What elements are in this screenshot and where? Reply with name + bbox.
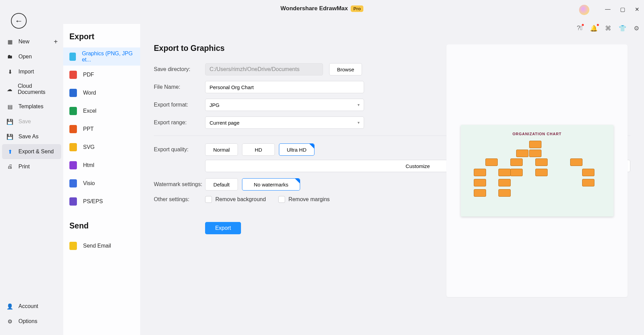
svg-icon [69,143,77,151]
plus-icon[interactable]: + [54,38,58,46]
sidebar-label: New [18,39,29,45]
label-save-dir: Save directory: [154,66,205,72]
es-label: Graphics (PNG, JPG et... [82,51,134,63]
es-label: PDF [83,72,94,78]
sidebar-item-export-send[interactable]: ⬆ Export & Send [2,144,61,159]
sidebar-label: Templates [18,103,43,110]
es-label: PS/EPS [83,198,103,205]
es-label: Send Email [83,243,111,249]
sidebar-item-open[interactable]: 🖿 Open [0,49,63,64]
word-icon [69,89,77,97]
export-type-ppt[interactable]: PPT [63,120,140,138]
minimize-icon[interactable]: — [605,6,611,13]
es-label: Excel [83,108,96,114]
sidebar-item-save: 💾 Save [0,114,63,129]
export-type-visio[interactable]: Visio [63,174,140,192]
export-type-pseps[interactable]: PS/EPS [63,192,140,210]
export-format-select[interactable]: JPG [205,99,364,111]
export-icon: ⬆ [6,148,14,155]
account-icon: 👤 [6,303,14,310]
pseps-icon [69,197,77,206]
remove-margins-checkbox[interactable]: Remove margins [278,196,330,203]
ppt-icon [69,125,77,133]
title-bar: Wondershare EdrawMax Pro [0,0,644,17]
sidebar-item-import[interactable]: ⬇ Import [0,64,63,79]
save-icon: 💾 [6,118,14,125]
maximize-icon[interactable]: ▢ [620,6,625,13]
settings-icon[interactable]: ⚙ [634,25,639,32]
folder-icon: 🖿 [6,53,14,60]
graphics-icon [69,53,76,61]
quality-ultra-hd[interactable]: Ultra HD [279,143,314,156]
export-type-graphics[interactable]: Graphics (PNG, JPG et... [63,47,140,66]
visio-icon [69,179,77,187]
download-icon: ⬇ [6,68,14,75]
watermark-default[interactable]: Default [205,178,238,191]
es-label: Word [83,90,96,96]
sidebar-label: Cloud Documents [18,83,57,95]
browse-button[interactable]: Browse [329,63,362,75]
sidebar-label: Account [18,303,38,309]
template-icon: ▤ [6,103,14,110]
grid-icon[interactable]: ⌘ [605,25,611,32]
sidebar-item-templates[interactable]: ▤ Templates [0,99,63,114]
sidebar-label: Save As [18,134,39,140]
topbar-icons: ?⃝ 🔔 ⌘ 👕 ⚙ [577,25,639,32]
export-type-svg[interactable]: SVG [63,138,140,156]
html-icon [69,161,77,169]
gear-icon: ⚙ [6,318,14,325]
file-name-input[interactable] [205,81,364,93]
email-icon [69,242,77,250]
label-other: Other settings: [154,196,205,203]
sidebar-item-options[interactable]: ⚙ Options [0,314,63,329]
export-type-pdf[interactable]: PDF [63,66,140,84]
sidebar-label: Print [18,164,30,170]
label-file-name: File Name: [154,84,205,90]
quality-normal[interactable]: Normal [205,143,238,156]
bell-icon[interactable]: 🔔 [590,25,598,32]
export-type-html[interactable]: Html [63,156,140,174]
sidebar-label: Save [18,118,31,125]
sidebar-item-cloud[interactable]: ☁ Cloud Documents [0,79,63,99]
export-type-excel[interactable]: Excel [63,102,140,120]
es-label: PPT [83,126,94,132]
label-quality: Export quality: [154,146,205,153]
help-icon[interactable]: ?⃝ [577,25,582,32]
left-sidebar: ▦ New + 🖿 Open ⬇ Import ☁ Cloud Document… [0,34,63,335]
back-button[interactable]: ← [11,13,27,29]
send-heading: Send [63,219,140,237]
export-range-select[interactable]: Current page [205,116,364,129]
cloud-icon: ☁ [6,85,13,93]
window-controls: — ▢ ✕ [605,6,639,13]
sidebar-label: Open [18,54,32,60]
remove-background-checkbox[interactable]: Remove background [205,196,266,203]
export-button[interactable]: Export [205,222,241,234]
app-title: Wondershare EdrawMax [281,5,348,12]
label-watermark: Watermark settings: [154,181,205,187]
sidebar-item-save-as[interactable]: 💾 Save As [0,129,63,144]
quality-hd[interactable]: HD [242,143,275,156]
pro-badge: Pro [351,5,364,12]
shirt-icon[interactable]: 👕 [619,25,626,32]
plus-square-icon: ▦ [6,38,14,45]
sidebar-item-account[interactable]: 👤 Account [0,299,63,314]
send-email[interactable]: Send Email [63,237,140,255]
save-directory-input[interactable]: C:/Users/rimzh/OneDrive/Documents [205,63,323,75]
checkbox-icon [278,196,285,203]
pdf-icon [69,71,77,79]
es-label: Visio [83,180,95,186]
export-type-word[interactable]: Word [63,84,140,102]
watermark-none[interactable]: No watermarks [242,178,300,191]
sidebar-item-new[interactable]: ▦ New + [0,34,63,49]
close-icon[interactable]: ✕ [635,6,639,13]
user-avatar[interactable] [579,5,589,15]
es-label: Html [83,162,94,168]
preview-title: ORGANIZATION CHART [461,132,614,136]
sidebar-item-print[interactable]: 🖨 Print [0,159,63,174]
checkbox-icon [205,196,212,203]
preview-thumbnail: ORGANIZATION CHART [461,125,614,217]
sidebar-label: Options [18,318,37,324]
preview-panel: ORGANIZATION CHART [446,44,628,297]
excel-icon [69,107,77,115]
label-format: Export format: [154,102,205,108]
